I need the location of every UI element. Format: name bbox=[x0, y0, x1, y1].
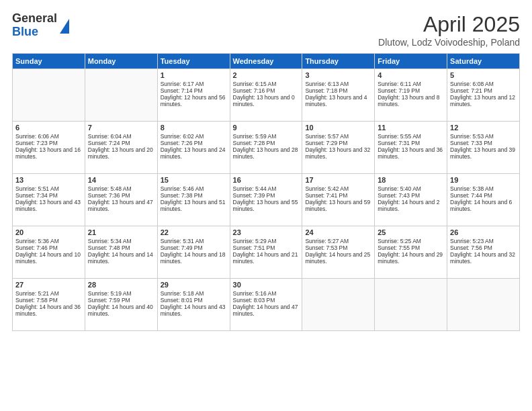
calendar-cell: 22Sunrise: 5:31 AMSunset: 7:49 PMDayligh… bbox=[157, 226, 230, 279]
day-number: 4 bbox=[378, 71, 444, 79]
calendar-cell: 25Sunrise: 5:25 AMSunset: 7:55 PMDayligh… bbox=[375, 226, 447, 279]
calendar-cell: 24Sunrise: 5:27 AMSunset: 7:53 PMDayligh… bbox=[302, 226, 375, 279]
day-info: Daylight: 13 hours and 59 minutes. bbox=[305, 199, 371, 212]
weekday-header-row: SundayMondayTuesdayWednesdayThursdayFrid… bbox=[13, 54, 520, 69]
logo-text: General Blue bbox=[12, 12, 57, 39]
day-info: Daylight: 14 hours and 32 minutes. bbox=[450, 251, 517, 265]
calendar-cell: 12Sunrise: 5:53 AMSunset: 7:33 PMDayligh… bbox=[447, 122, 520, 174]
day-info: Sunrise: 5:19 AM bbox=[88, 290, 154, 297]
day-info: Daylight: 13 hours and 51 minutes. bbox=[161, 199, 227, 212]
day-info: Sunset: 7:39 PM bbox=[233, 192, 300, 199]
calendar-cell: 15Sunrise: 5:46 AMSunset: 7:38 PMDayligh… bbox=[157, 174, 230, 226]
day-number: 7 bbox=[88, 124, 154, 132]
day-info: Sunrise: 5:27 AM bbox=[305, 238, 371, 244]
day-info: Daylight: 13 hours and 16 minutes. bbox=[15, 146, 82, 160]
day-number: 15 bbox=[161, 176, 227, 184]
day-info: Sunrise: 5:59 AM bbox=[233, 133, 300, 140]
weekday-header-friday: Friday bbox=[375, 54, 447, 69]
day-info: Sunset: 7:46 PM bbox=[15, 244, 82, 251]
calendar-cell: 3Sunrise: 6:13 AMSunset: 7:18 PMDaylight… bbox=[302, 69, 375, 122]
calendar-cell: 18Sunrise: 5:40 AMSunset: 7:43 PMDayligh… bbox=[375, 174, 447, 226]
day-info: Sunset: 7:21 PM bbox=[450, 87, 517, 94]
calendar-table: SundayMondayTuesdayWednesdayThursdayFrid… bbox=[12, 53, 520, 331]
calendar-cell: 19Sunrise: 5:38 AMSunset: 7:44 PMDayligh… bbox=[447, 174, 520, 226]
day-info: Sunset: 7:31 PM bbox=[378, 140, 444, 146]
day-info: Sunrise: 5:23 AM bbox=[450, 238, 517, 244]
month-title: April 2025 bbox=[378, 12, 520, 37]
calendar-cell: 28Sunrise: 5:19 AMSunset: 7:59 PMDayligh… bbox=[85, 279, 157, 331]
day-number: 22 bbox=[161, 228, 227, 236]
day-number: 29 bbox=[161, 281, 227, 289]
day-info: Sunrise: 5:55 AM bbox=[378, 133, 444, 140]
calendar-body: 1Sunrise: 6:17 AMSunset: 7:14 PMDaylight… bbox=[13, 69, 520, 331]
day-info: Daylight: 13 hours and 43 minutes. bbox=[15, 199, 82, 212]
day-info: Sunrise: 5:21 AM bbox=[15, 290, 82, 297]
day-info: Daylight: 13 hours and 32 minutes. bbox=[305, 146, 371, 160]
calendar-cell: 29Sunrise: 5:18 AMSunset: 8:01 PMDayligh… bbox=[157, 279, 230, 331]
day-info: Daylight: 14 hours and 40 minutes. bbox=[88, 304, 154, 317]
day-number: 18 bbox=[378, 176, 444, 184]
calendar-cell: 20Sunrise: 5:36 AMSunset: 7:46 PMDayligh… bbox=[13, 226, 85, 279]
day-info: Daylight: 12 hours and 56 minutes. bbox=[161, 94, 227, 107]
day-number: 11 bbox=[378, 124, 444, 132]
day-info: Daylight: 13 hours and 36 minutes. bbox=[378, 146, 444, 160]
weekday-header-sunday: Sunday bbox=[13, 54, 85, 69]
calendar-cell: 5Sunrise: 6:08 AMSunset: 7:21 PMDaylight… bbox=[447, 69, 520, 122]
calendar-cell: 4Sunrise: 6:11 AMSunset: 7:19 PMDaylight… bbox=[375, 69, 447, 122]
day-info: Sunrise: 5:34 AM bbox=[88, 238, 154, 244]
day-info: Sunset: 7:34 PM bbox=[15, 192, 82, 199]
day-number: 13 bbox=[15, 176, 82, 184]
day-info: Sunrise: 6:04 AM bbox=[88, 133, 154, 140]
logo: General Blue bbox=[12, 12, 69, 39]
day-info: Daylight: 14 hours and 43 minutes. bbox=[161, 304, 227, 317]
day-info: Sunrise: 5:51 AM bbox=[15, 185, 82, 192]
day-info: Sunset: 7:38 PM bbox=[161, 192, 227, 199]
day-info: Sunrise: 5:46 AM bbox=[161, 185, 227, 192]
calendar-cell bbox=[302, 279, 375, 331]
weekday-header-monday: Monday bbox=[85, 54, 157, 69]
calendar-cell: 16Sunrise: 5:44 AMSunset: 7:39 PMDayligh… bbox=[230, 174, 302, 226]
day-info: Sunrise: 5:57 AM bbox=[305, 133, 371, 140]
calendar-cell: 11Sunrise: 5:55 AMSunset: 7:31 PMDayligh… bbox=[375, 122, 447, 174]
day-info: Sunset: 8:03 PM bbox=[233, 297, 300, 304]
week-row-1: 1Sunrise: 6:17 AMSunset: 7:14 PMDaylight… bbox=[13, 69, 520, 122]
calendar-cell: 2Sunrise: 6:15 AMSunset: 7:16 PMDaylight… bbox=[230, 69, 302, 122]
day-info: Sunrise: 5:25 AM bbox=[378, 238, 444, 244]
day-info: Sunset: 7:29 PM bbox=[305, 140, 371, 146]
calendar-cell: 23Sunrise: 5:29 AMSunset: 7:51 PMDayligh… bbox=[230, 226, 302, 279]
week-row-3: 13Sunrise: 5:51 AMSunset: 7:34 PMDayligh… bbox=[13, 174, 520, 226]
day-info: Sunset: 7:16 PM bbox=[233, 87, 300, 94]
calendar-cell bbox=[375, 279, 447, 331]
day-info: Sunset: 7:33 PM bbox=[450, 140, 517, 146]
day-info: Sunset: 7:43 PM bbox=[378, 192, 444, 199]
day-number: 28 bbox=[88, 281, 154, 289]
day-info: Daylight: 13 hours and 8 minutes. bbox=[378, 94, 444, 107]
day-info: Daylight: 14 hours and 10 minutes. bbox=[15, 251, 82, 265]
day-number: 25 bbox=[378, 228, 444, 236]
day-info: Daylight: 14 hours and 14 minutes. bbox=[88, 251, 154, 265]
day-info: Daylight: 13 hours and 39 minutes. bbox=[450, 146, 517, 160]
day-info: Sunset: 7:53 PM bbox=[305, 244, 371, 251]
day-info: Daylight: 14 hours and 47 minutes. bbox=[233, 304, 300, 317]
day-info: Sunrise: 5:29 AM bbox=[233, 238, 300, 244]
weekday-header-saturday: Saturday bbox=[447, 54, 520, 69]
day-info: Sunset: 7:14 PM bbox=[161, 87, 227, 94]
day-info: Sunset: 7:49 PM bbox=[161, 244, 227, 251]
calendar-cell: 6Sunrise: 6:06 AMSunset: 7:23 PMDaylight… bbox=[13, 122, 85, 174]
day-info: Daylight: 13 hours and 28 minutes. bbox=[233, 146, 300, 160]
calendar-cell: 9Sunrise: 5:59 AMSunset: 7:28 PMDaylight… bbox=[230, 122, 302, 174]
day-number: 9 bbox=[233, 124, 300, 132]
day-info: Sunrise: 5:36 AM bbox=[15, 238, 82, 244]
day-number: 20 bbox=[15, 228, 82, 236]
day-info: Sunset: 7:48 PM bbox=[88, 244, 154, 251]
weekday-header-wednesday: Wednesday bbox=[230, 54, 302, 69]
day-info: Daylight: 14 hours and 2 minutes. bbox=[378, 199, 444, 212]
day-info: Sunset: 7:26 PM bbox=[161, 140, 227, 146]
calendar-cell: 26Sunrise: 5:23 AMSunset: 7:56 PMDayligh… bbox=[447, 226, 520, 279]
day-info: Sunrise: 5:18 AM bbox=[161, 290, 227, 297]
week-row-5: 27Sunrise: 5:21 AMSunset: 7:58 PMDayligh… bbox=[13, 279, 520, 331]
day-info: Sunrise: 6:17 AM bbox=[161, 81, 227, 87]
day-info: Sunset: 7:58 PM bbox=[15, 297, 82, 304]
day-info: Daylight: 13 hours and 12 minutes. bbox=[450, 94, 517, 107]
day-number: 26 bbox=[450, 228, 517, 236]
